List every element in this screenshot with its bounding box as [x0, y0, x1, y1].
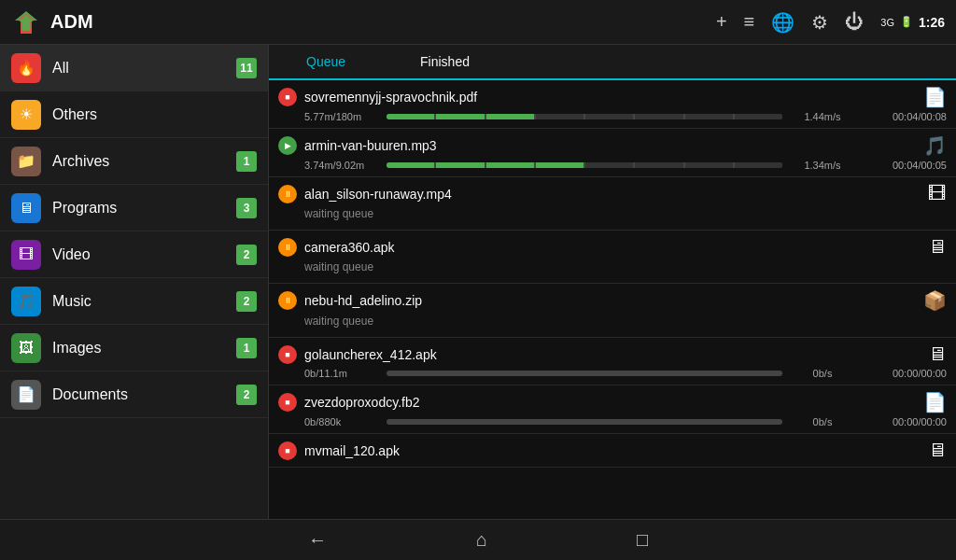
toolbar-actions: + ≡ 🌐 ⚙ ⏻ 3G 🔋 1:26	[716, 11, 945, 34]
waiting-label-4: waiting queue	[278, 260, 947, 277]
tab-bar: QueueFinished	[269, 45, 956, 80]
download-list: ■sovremennyjj-spravochnik.pdf📄5.77m/180m…	[269, 80, 956, 519]
app-header: ADM	[11, 7, 716, 37]
back-button[interactable]: ←	[308, 529, 327, 551]
sidebar-item-archives[interactable]: 📁Archives1	[0, 138, 268, 185]
tab-finished[interactable]: Finished	[383, 45, 507, 80]
app-title: ADM	[50, 11, 93, 33]
download-item-2[interactable]: ▶armin-van-buuren.mp3🎵3.74m/9.02m1.34m/s…	[269, 129, 956, 177]
network-indicator: 3G	[880, 17, 894, 28]
download-header-3: ⏸alan_silson-runaway.mp4🎞	[278, 183, 947, 204]
download-item-6[interactable]: ■golauncherex_412.apk🖥0b/11.1m0b/s00:00/…	[269, 338, 956, 385]
sidebar: 🔥All11☀Others📁Archives1🖥Programs3🎞Video2…	[0, 45, 269, 519]
progress-row-6: 0b/11.1m0b/s00:00/00:00	[278, 368, 947, 379]
status-icon-6: ■	[278, 345, 297, 364]
progress-info-1: 5.77m/180m	[304, 111, 379, 122]
time-6: 00:00/00:00	[863, 368, 947, 379]
others-icon: ☀	[11, 100, 41, 130]
download-item-7[interactable]: ■zvezdoproxodcy.fb2📄0b/880k0b/s00:00/00:…	[269, 385, 956, 434]
time-7: 00:00/00:00	[863, 416, 947, 427]
download-item-3[interactable]: ⏸alan_silson-runaway.mp4🎞waiting queue	[269, 177, 956, 231]
menu-button[interactable]: ≡	[744, 11, 755, 33]
file-type-icon-6: 🖥	[928, 343, 947, 365]
download-header-2: ▶armin-van-buuren.mp3🎵	[278, 134, 947, 157]
progress-info-6: 0b/11.1m	[304, 368, 379, 379]
time-2: 00:04/00:05	[863, 160, 947, 171]
sidebar-label-video: Video	[52, 246, 236, 263]
sidebar-item-all[interactable]: 🔥All11	[0, 45, 268, 91]
sidebar-badge-video: 2	[236, 245, 257, 265]
status-icon-1: ■	[278, 88, 297, 106]
filename-8: mvmail_120.apk	[304, 443, 921, 458]
sidebar-item-images[interactable]: 🖼Images1	[0, 325, 268, 371]
sidebar-label-music: Music	[52, 293, 236, 310]
waiting-label-5: waiting queue	[278, 315, 947, 331]
progress-row-7: 0b/880k0b/s00:00/00:00	[278, 416, 947, 427]
status-icon-5: ⏸	[278, 291, 297, 310]
download-header-5: ⏸nebu-hd_adelino.zip📦	[278, 289, 947, 312]
download-header-8: ■mvmail_120.apk🖥	[278, 440, 947, 461]
status-icon-3: ⏸	[278, 185, 297, 203]
sidebar-label-programs: Programs	[52, 200, 236, 217]
globe-button[interactable]: 🌐	[771, 11, 794, 34]
status-icon-8: ■	[278, 441, 297, 460]
sidebar-item-music[interactable]: 🎵Music2	[0, 278, 268, 325]
sidebar-label-images: Images	[52, 340, 236, 357]
tab-queue[interactable]: Queue	[269, 45, 383, 80]
images-icon: 🖼	[11, 333, 41, 363]
all-icon: 🔥	[11, 53, 41, 83]
download-header-1: ■sovremennyjj-spravochnik.pdf📄	[278, 86, 947, 108]
documents-icon: 📄	[11, 380, 41, 410]
music-icon: 🎵	[11, 287, 41, 316]
progress-bar-1	[387, 114, 782, 119]
bottom-nav: ← ⌂ □	[0, 519, 956, 560]
sidebar-badge-documents: 2	[236, 385, 257, 405]
file-type-icon-1: 📄	[923, 86, 947, 108]
sidebar-badge-programs: 3	[236, 198, 257, 218]
speed-1: 1.44m/s	[790, 111, 855, 122]
file-type-icon-2: 🎵	[923, 134, 947, 157]
add-button[interactable]: +	[716, 11, 727, 33]
status-icon-4: ⏸	[278, 238, 297, 257]
file-type-icon-8: 🖥	[928, 440, 947, 461]
recent-button[interactable]: □	[637, 529, 648, 551]
speed-6: 0b/s	[790, 368, 855, 379]
speed-2: 1.34m/s	[790, 160, 855, 171]
sidebar-item-video[interactable]: 🎞Video2	[0, 231, 268, 278]
filename-7: zvezdoproxodcy.fb2	[304, 395, 916, 410]
settings-button[interactable]: ⚙	[811, 11, 828, 34]
download-header-7: ■zvezdoproxodcy.fb2📄	[278, 391, 947, 413]
speed-7: 0b/s	[790, 416, 855, 427]
download-item-4[interactable]: ⏸camera360.apk🖥waiting queue	[269, 231, 956, 284]
file-type-icon-5: 📦	[923, 289, 947, 312]
sidebar-badge-images: 1	[236, 338, 257, 358]
main-content: 🔥All11☀Others📁Archives1🖥Programs3🎞Video2…	[0, 45, 956, 519]
sidebar-label-others: Others	[52, 106, 257, 123]
power-button[interactable]: ⏻	[845, 11, 864, 33]
archives-icon: 📁	[11, 147, 41, 176]
time-1: 00:04/00:08	[863, 111, 947, 122]
sidebar-item-documents[interactable]: 📄Documents2	[0, 371, 268, 418]
download-item-8[interactable]: ■mvmail_120.apk🖥	[269, 434, 956, 468]
file-type-icon-3: 🎞	[928, 183, 947, 204]
sidebar-label-archives: Archives	[52, 153, 236, 170]
sidebar-badge-music: 2	[236, 291, 257, 312]
sidebar-item-others[interactable]: ☀Others	[0, 91, 268, 138]
sidebar-item-programs[interactable]: 🖥Programs3	[0, 185, 268, 231]
download-item-5[interactable]: ⏸nebu-hd_adelino.zip📦waiting queue	[269, 284, 956, 338]
filename-1: sovremennyjj-spravochnik.pdf	[304, 90, 916, 105]
download-header-6: ■golauncherex_412.apk🖥	[278, 343, 947, 365]
filename-2: armin-van-buuren.mp3	[304, 138, 916, 153]
home-button[interactable]: ⌂	[476, 529, 487, 551]
progress-info-7: 0b/880k	[304, 416, 379, 427]
sidebar-label-all: All	[52, 60, 236, 77]
progress-row-2: 3.74m/9.02m1.34m/s00:04/00:05	[278, 160, 947, 171]
sidebar-label-documents: Documents	[52, 386, 236, 403]
progress-row-1: 5.77m/180m1.44m/s00:04/00:08	[278, 111, 947, 122]
status-icon-7: ■	[278, 393, 297, 412]
filename-4: camera360.apk	[304, 240, 921, 255]
progress-bar-7	[387, 419, 782, 425]
file-type-icon-4: 🖥	[928, 236, 947, 258]
download-item-1[interactable]: ■sovremennyjj-spravochnik.pdf📄5.77m/180m…	[269, 80, 956, 129]
file-type-icon-7: 📄	[923, 391, 947, 413]
